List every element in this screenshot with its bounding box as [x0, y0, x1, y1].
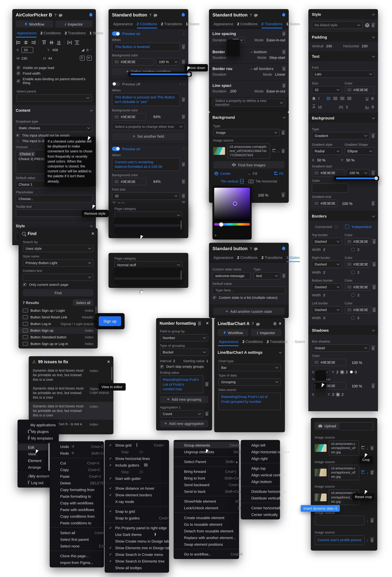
pin-icon[interactable] — [181, 13, 185, 17]
category-option[interactable] — [114, 218, 182, 221]
ending-value-expression[interactable]: RepeatingGroup Fruit's List of Fruits's … — [160, 375, 203, 393]
goto-icon[interactable]: → — [23, 328, 28, 332]
italic-icon[interactable]: I — [318, 96, 320, 101]
menu-item[interactable]: View › — [18, 450, 48, 457]
dropdown-option[interactable] — [227, 44, 240, 46]
menu-item[interactable]: Paste Cmd+V — [50, 473, 104, 479]
goto-icon[interactable]: → — [23, 342, 28, 346]
issue-row[interactable]: Dynamic data in text boxes must be print… — [29, 366, 113, 384]
goto-icon[interactable]: → — [23, 309, 28, 312]
dropdown-option[interactable] — [227, 51, 240, 53]
custom-state-name-input[interactable]: welcome-message — [212, 272, 251, 280]
menu-item[interactable]: My templates — [18, 435, 59, 441]
menu-item[interactable]: Delete DELETE — [50, 479, 104, 486]
border-radius-value[interactable]: 2 — [357, 293, 359, 297]
find-result-row[interactable]: → Button Send Reset Link Header — [19, 314, 98, 321]
strikethrough-icon[interactable]: S — [371, 96, 374, 101]
data-type-select[interactable]: Grouping — [218, 378, 281, 386]
text-shadow-y[interactable]: 2 — [332, 392, 334, 397]
menu-item[interactable]: Swap element positions — [174, 541, 239, 547]
fit-option[interactable]: Fit — [274, 172, 283, 176]
placeholder-input[interactable]: Choose... — [16, 195, 92, 202]
download-icon[interactable]: ↓ — [367, 446, 369, 450]
menu-item[interactable]: Step 50 — [105, 448, 169, 455]
menu-item[interactable]: Edit › — [18, 444, 48, 450]
comment-icon[interactable] — [154, 14, 157, 16]
tab[interactable]: 2 Transitions — [267, 338, 288, 346]
content-section-header[interactable]: Content — [12, 105, 96, 115]
comment-icon[interactable] — [256, 323, 260, 325]
text-align-left-icon[interactable] — [327, 97, 330, 100]
tab[interactable]: 1 States — [286, 20, 300, 28]
menu-item[interactable]: Show all tooltips — [105, 564, 169, 571]
menu-item[interactable]: ✓ Pin Property panel to right edge — [105, 524, 169, 531]
letter-spacing-value[interactable]: 1 — [346, 105, 348, 109]
tab[interactable]: Appearance — [112, 20, 133, 28]
font-adjust-value[interactable]: 0 — [372, 105, 374, 109]
angle-value[interactable]: 0 — [87, 48, 89, 52]
connected-checkbox[interactable] — [334, 225, 338, 229]
saturation-area[interactable] — [214, 188, 250, 221]
trash-icon[interactable] — [372, 172, 374, 175]
shadow-spread[interactable]: 0 — [355, 370, 357, 374]
gradient-shape-select[interactable]: Ellipse — [345, 147, 375, 155]
tab[interactable]: 2 Conditions — [137, 20, 157, 28]
saturation-cursor[interactable] — [233, 202, 237, 206]
add-grouping-button[interactable]: +Add new grouping — [160, 396, 208, 403]
pin-icon[interactable] — [281, 13, 286, 17]
trash-icon[interactable] — [182, 98, 185, 102]
menu-item[interactable]: Align top — [241, 465, 280, 471]
trash-icon[interactable] — [282, 149, 285, 153]
tab[interactable]: 2 Transitions — [261, 253, 282, 262]
font-select[interactable]: Lato — [312, 71, 374, 78]
tab[interactable]: 2 Transitions — [65, 29, 86, 37]
background-color-field[interactable]: #3E3E3E — [112, 58, 154, 65]
menu-item[interactable]: ✓ Snap to grid — [105, 508, 169, 514]
trash-icon[interactable] — [373, 263, 375, 266]
tab[interactable]: 2 Conditions — [237, 20, 258, 28]
color-swatch[interactable] — [230, 228, 235, 231]
select-property-dropdown[interactable]: Select a property to change when true — [112, 123, 185, 130]
center-option[interactable]: Center — [215, 172, 231, 176]
menu-item[interactable]: Snap to guides Cmd+. — [105, 514, 169, 521]
menu-item[interactable]: My applications — [18, 421, 59, 428]
condition-expression[interactable]: This Button is hovered — [112, 43, 180, 51]
menu-item[interactable]: Distribute vertically — [241, 495, 280, 501]
pin-icon[interactable] — [281, 246, 286, 251]
image-source-input[interactable]: s3.amazonaws.com/appforest_uf/etc.jpg — [329, 440, 359, 456]
download-icon[interactable]: ↓ — [367, 519, 369, 522]
select-all-button[interactable]: Select all — [73, 299, 94, 306]
goto-icon[interactable]: → — [23, 315, 28, 319]
data-source-expression[interactable]: RepeatingGroup Fruit's List of Fruits:gr… — [218, 393, 281, 410]
issue-row[interactable]: Dynamic data in text boxes must be print… — [29, 402, 113, 420]
border-width-value[interactable]: 2 — [323, 293, 325, 297]
x-input[interactable]: 20 — [21, 47, 33, 53]
chart-type-select[interactable]: Bar — [218, 364, 281, 371]
close-icon[interactable]: × — [279, 322, 281, 325]
trash-icon[interactable] — [205, 383, 208, 387]
menu-item[interactable]: Create reusable element Shift+R — [174, 514, 239, 521]
distribute-vertical-icon[interactable] — [75, 41, 79, 44]
image-thumbnail[interactable] — [213, 147, 225, 155]
menu-item[interactable]: ✓ Show grid Cmd+' — [105, 442, 169, 448]
shadow-color-field[interactable]: #3E3E3E — [312, 359, 346, 366]
trash-icon[interactable] — [282, 84, 285, 88]
tab[interactable]: 2 Transitions — [261, 20, 282, 28]
menu-item[interactable]: Paste conditions to — [50, 519, 104, 526]
image-thumbnail[interactable] — [315, 444, 327, 452]
tab[interactable]: 2 Conditions — [237, 253, 258, 262]
color-swatch[interactable] — [241, 228, 246, 231]
image-source-input[interactable] — [315, 515, 364, 525]
trash-icon[interactable] — [282, 274, 285, 278]
condition-expression[interactable]: This Button is pressed and This Button i… — [112, 93, 180, 106]
menu-item[interactable]: Align vertical centers — [241, 471, 280, 478]
goto-icon[interactable]: → — [23, 335, 28, 339]
comment-icon[interactable] — [254, 14, 258, 16]
menu-item[interactable]: Replace with another element... — [174, 534, 239, 541]
menu-item[interactable]: Align horizontal centers — [241, 448, 280, 455]
opacity-value[interactable]: 64% — [153, 114, 161, 119]
preview-toggle[interactable] — [112, 147, 120, 151]
menu-item[interactable]: ✓ Show distance on hover — [105, 485, 169, 491]
text-align-center-icon[interactable] — [333, 97, 337, 100]
help-icon[interactable]: ? — [252, 322, 254, 326]
